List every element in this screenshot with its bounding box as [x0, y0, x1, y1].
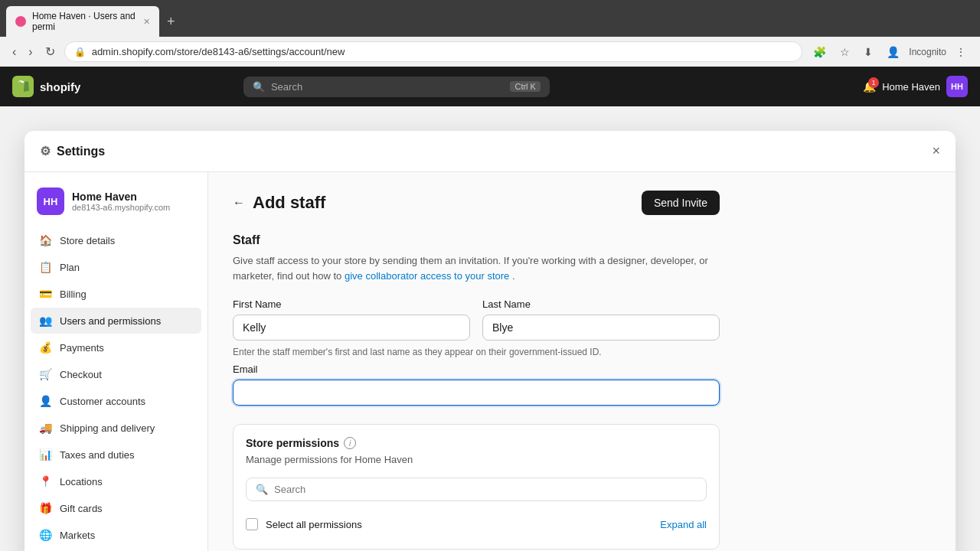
store-avatar: HH — [946, 76, 968, 97]
payments-icon: 💰 — [38, 341, 52, 354]
last-name-input[interactable] — [482, 315, 720, 341]
expand-all-button[interactable]: Expand all — [660, 519, 707, 530]
permissions-title: Store permissions — [246, 437, 339, 449]
staff-desc-end: . — [512, 270, 515, 282]
sidebar-item-customer-accounts[interactable]: 👤 Customer accounts — [31, 388, 201, 414]
select-all-checkbox[interactable] — [246, 518, 258, 530]
sidebar-item-checkout[interactable]: 🛒 Checkout — [31, 361, 201, 387]
store-details-icon: 🏠 — [38, 233, 52, 247]
sidebar-item-billing-label: Billing — [60, 289, 87, 300]
name-form-row: First Name Last Name — [233, 298, 720, 341]
staff-section: Staff Give staff access to your store by… — [233, 233, 720, 406]
lock-icon: 🔒 — [74, 47, 86, 57]
first-name-label: First Name — [233, 298, 470, 310]
bookmark-button[interactable]: ☆ — [835, 43, 854, 61]
permissions-search-bar[interactable]: 🔍 — [246, 478, 707, 501]
back-button[interactable]: ← — [233, 196, 245, 210]
header-search[interactable]: 🔍 Search Ctrl K — [243, 77, 550, 97]
tab-close-button[interactable]: ✕ — [143, 17, 150, 27]
permissions-search-input[interactable] — [274, 484, 697, 495]
collaborator-access-link[interactable]: give collaborator access to your store — [345, 270, 509, 282]
sidebar-item-payments-label: Payments — [60, 342, 104, 354]
store-menu[interactable]: Home Haven HH — [882, 76, 968, 97]
address-bar[interactable]: 🔒 admin.shopify.com/store/de8143-a6/sett… — [64, 41, 803, 62]
new-tab-button[interactable]: + — [162, 14, 180, 30]
tab-label: Home Haven · Users and permi — [32, 11, 137, 32]
sidebar-item-store-details[interactable]: 🏠 Store details — [31, 227, 201, 253]
settings-gear-icon: ⚙ — [40, 144, 51, 158]
settings-sidebar: HH Home Haven de8143-a6.myshopify.com 🏠 … — [24, 172, 208, 551]
sidebar-item-plan[interactable]: 📋 Plan — [31, 254, 201, 280]
profile-button[interactable]: 👤 — [882, 43, 904, 61]
first-name-input[interactable] — [233, 315, 470, 341]
permissions-info-icon[interactable]: i — [344, 437, 356, 449]
permissions-header: Store permissions i — [246, 437, 707, 449]
search-placeholder-text: Search — [271, 81, 302, 93]
settings-close-button[interactable]: × — [932, 143, 940, 159]
sidebar-item-shipping-label: Shipping and delivery — [60, 422, 155, 434]
store-info: HH Home Haven de8143-a6.myshopify.com — [24, 181, 207, 227]
users-icon: 👥 — [38, 314, 52, 328]
reload-button[interactable]: ↻ — [42, 41, 58, 62]
shipping-icon: 🚚 — [38, 421, 52, 435]
email-input[interactable] — [233, 380, 720, 406]
store-name-header: Home Haven — [882, 81, 940, 93]
sidebar-nav: 🏠 Store details 📋 Plan 💳 Billing 👥 Users… — [24, 227, 207, 551]
sidebar-item-taxes-duties[interactable]: 📊 Taxes and duties — [31, 442, 201, 468]
sidebar-store-domain: de8143-a6.myshopify.com — [72, 203, 170, 212]
permissions-desc: Manage permissions for Home Haven — [246, 454, 707, 465]
forward-navigation-button[interactable]: › — [25, 42, 35, 62]
select-all-row: Select all permissions Expand all — [246, 512, 707, 536]
sidebar-item-gift-cards-label: Gift cards — [60, 503, 103, 514]
sidebar-item-shipping-delivery[interactable]: 🚚 Shipping and delivery — [31, 415, 201, 441]
shopify-logo-text: shopify — [40, 80, 80, 93]
billing-icon: 💳 — [38, 287, 52, 301]
last-name-group: Last Name — [482, 298, 720, 341]
back-navigation-button[interactable]: ‹ — [9, 42, 19, 62]
sidebar-item-users-permissions[interactable]: 👥 Users and permissions — [31, 308, 201, 334]
shopify-logo-icon — [12, 76, 34, 97]
sidebar-store-avatar: HH — [37, 187, 64, 215]
sidebar-item-customer-accounts-label: Customer accounts — [60, 396, 145, 407]
sidebar-item-markets[interactable]: 🌐 Markets — [31, 522, 201, 548]
permissions-section: Store permissions i Manage permissions f… — [233, 424, 720, 549]
plan-icon: 📋 — [38, 260, 52, 274]
first-name-group: First Name — [233, 298, 470, 341]
sidebar-item-locations-label: Locations — [60, 476, 103, 487]
settings-title-text: Settings — [57, 145, 105, 158]
active-tab[interactable]: Home Haven · Users and permi ✕ — [6, 6, 159, 37]
extensions-button[interactable]: 🧩 — [808, 43, 831, 61]
page-header: ← Add staff Send Invite — [233, 191, 720, 215]
select-all-label: Select all permissions — [266, 519, 362, 530]
sidebar-item-taxes-label: Taxes and duties — [60, 449, 135, 461]
sidebar-item-store-details-label: Store details — [60, 235, 115, 246]
search-icon: 🔍 — [253, 81, 265, 93]
send-invite-button[interactable]: Send Invite — [642, 191, 720, 215]
page-title: Add staff — [253, 193, 325, 213]
staff-section-desc: Give staff access to your store by sendi… — [233, 253, 720, 283]
sidebar-item-plan-label: Plan — [60, 262, 80, 273]
locations-icon: 📍 — [38, 474, 52, 488]
email-label: Email — [233, 364, 720, 375]
notification-badge: 1 — [868, 77, 879, 88]
menu-button[interactable]: ⋮ — [951, 43, 971, 61]
shopify-logo: shopify — [12, 76, 80, 97]
incognito-label: Incognito — [909, 47, 946, 57]
sidebar-item-gift-cards[interactable]: 🎁 Gift cards — [31, 495, 201, 521]
main-content: ← Add staff Send Invite Staff Give staff… — [208, 172, 956, 551]
sidebar-item-markets-label: Markets — [60, 530, 95, 541]
search-keyboard-shortcut: Ctrl K — [510, 81, 541, 92]
name-hint: Enter the staff member's first and last … — [233, 347, 720, 357]
gift-cards-icon: 🎁 — [38, 501, 52, 515]
sidebar-item-payments[interactable]: 💰 Payments — [31, 334, 201, 360]
permissions-search-icon: 🔍 — [256, 484, 268, 495]
last-name-label: Last Name — [482, 298, 720, 310]
settings-header: ⚙ Settings × — [24, 131, 956, 172]
notification-button[interactable]: 🔔 1 — [863, 80, 876, 93]
sidebar-item-billing[interactable]: 💳 Billing — [31, 281, 201, 307]
sidebar-item-locations[interactable]: 📍 Locations — [31, 468, 201, 494]
checkout-icon: 🛒 — [38, 367, 52, 381]
customer-accounts-icon: 👤 — [38, 394, 52, 408]
email-group: Email — [233, 364, 720, 406]
download-button[interactable]: ⬇ — [859, 43, 877, 61]
